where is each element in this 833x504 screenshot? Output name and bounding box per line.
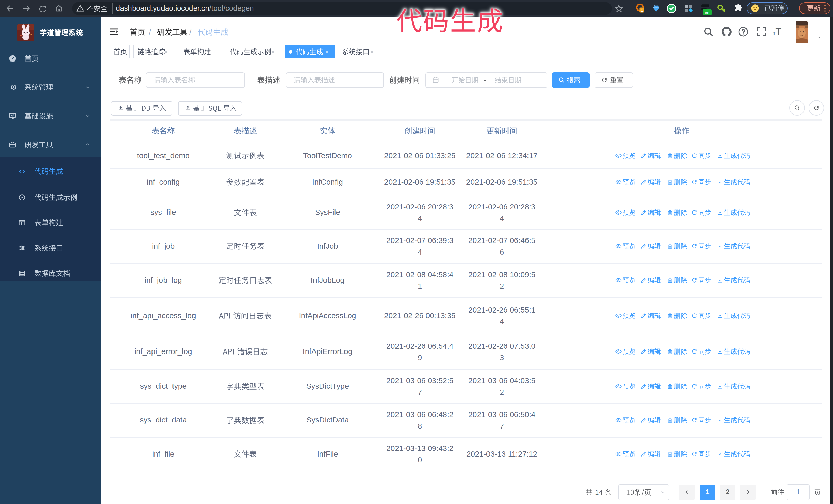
svg-text:1: 1 xyxy=(641,8,643,12)
